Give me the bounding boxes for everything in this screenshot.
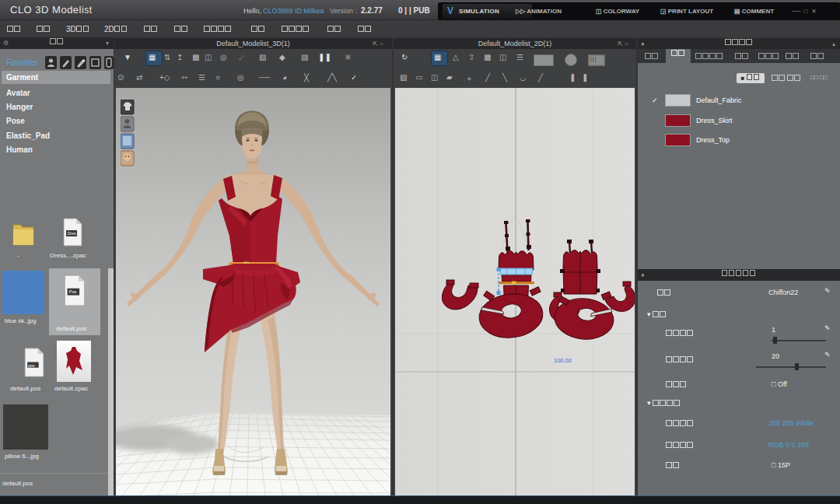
svg-text:pos: pos (28, 363, 35, 368)
svg-text:Dres: Dres (68, 231, 76, 236)
svg-text:Pos: Pos (69, 289, 77, 294)
svg-text:100.00: 100.00 (554, 357, 572, 364)
